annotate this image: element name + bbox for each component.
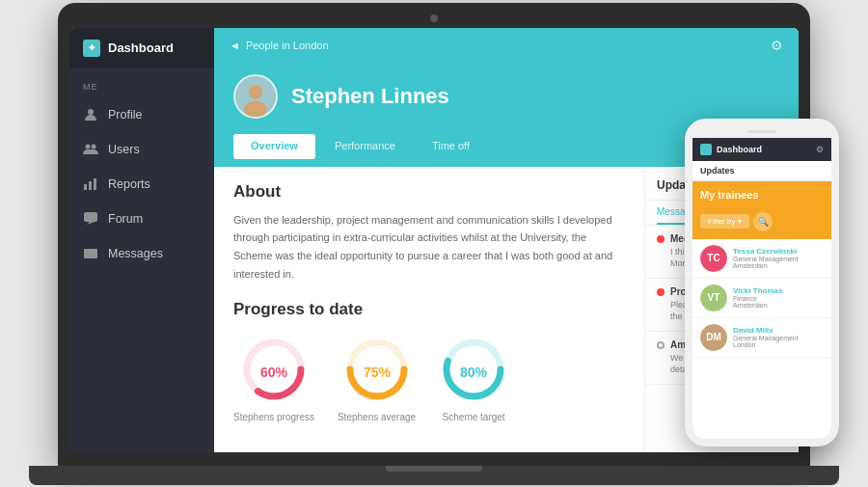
phone-header-left: Dashboard (700, 144, 762, 155)
avatar (233, 74, 278, 119)
donut-target: 80% (439, 335, 508, 404)
svg-point-1 (86, 144, 91, 149)
update-dot-2 (657, 288, 665, 296)
main-header: ◄ People in London ⚙ (214, 28, 799, 63)
sidebar-label-profile: Profile (108, 108, 142, 122)
tab-timeoff[interactable]: Time off (415, 134, 487, 159)
svg-rect-4 (89, 181, 92, 190)
dashboard-icon: ✦ (83, 40, 100, 57)
trainee-role-3: General Management London (733, 335, 824, 348)
svg-text:80%: 80% (460, 365, 488, 380)
phone-trainee-item-1: TC Tessa Czerwinski General Management A… (692, 239, 831, 279)
tab-overview[interactable]: Overview (233, 134, 315, 159)
breadcrumb: ◄ People in London (230, 40, 329, 51)
phone-trainees-title: My trainees (692, 181, 831, 208)
phone-notch (692, 126, 831, 138)
phone-gear-icon: ⚙ (816, 145, 824, 154)
phone-trainee-list: TC Tessa Czerwinski General Management A… (692, 239, 831, 439)
donut-average: 75% (342, 335, 412, 404)
trainee-role-2: Finance Amsterdam (733, 295, 824, 309)
sidebar-item-profile[interactable]: Profile (69, 97, 214, 132)
svg-point-9 (249, 85, 263, 99)
users-icon (83, 142, 98, 157)
sidebar-title: Dashboard (108, 41, 174, 55)
phone-filter-label: Filter by (708, 217, 735, 226)
breadcrumb-arrow: ◄ (230, 40, 240, 51)
progress-item-average: 75% Stephens average (338, 335, 416, 422)
sidebar-item-reports[interactable]: Reports (69, 167, 214, 202)
trainee-name-2: Vicki Thomas (733, 286, 824, 295)
avatar-image (235, 76, 276, 117)
progress-label-target: Scheme target (443, 412, 505, 422)
progress-label-average: Stephens average (338, 412, 416, 422)
person-icon (83, 107, 98, 122)
sidebar-header: ✦ Dashboard (69, 28, 214, 68)
sidebar-item-messages[interactable]: Messages (69, 236, 214, 271)
sidebar-label-reports: Reports (108, 177, 150, 191)
phone-speaker (747, 130, 776, 133)
trainee-name-1: Tessa Czerwinski (733, 247, 824, 256)
phone-header: Dashboard ⚙ (692, 138, 831, 161)
envelope-icon (83, 246, 98, 261)
svg-rect-5 (94, 178, 96, 190)
svg-point-0 (88, 109, 94, 115)
trainee-role-1: General Management Amsterdam (733, 256, 824, 269)
chart-icon (83, 176, 98, 192)
forum-icon (83, 211, 98, 227)
about-title: About (233, 182, 625, 202)
profile-name: Stephen Linnes (291, 84, 449, 109)
phone-filter-bar: Filter by ▾ 🔍 (692, 208, 831, 239)
avatar-david: DM (700, 324, 727, 351)
phone-trainee-item-3: DM David Mills General Management London (692, 318, 831, 358)
left-panel: About Given the leadership, project mana… (214, 167, 644, 452)
trainee-info-1: Tessa Czerwinski General Management Amst… (733, 247, 824, 269)
trainee-info-3: David Mills General Management London (733, 326, 824, 348)
phone-search-icon[interactable]: 🔍 (753, 212, 773, 231)
breadcrumb-text: People in London (246, 40, 329, 51)
sidebar-label-forum: Forum (108, 212, 143, 226)
progress-title: Progress to date (233, 300, 625, 319)
phone-header-title: Dashboard (717, 145, 762, 154)
phone-filter-button[interactable]: Filter by ▾ (700, 214, 749, 229)
phone-updates-header: Updates (692, 161, 831, 181)
phone-device: Dashboard ⚙ Updates My trainees Filter b… (685, 119, 839, 446)
sidebar-label-messages: Messages (108, 247, 163, 260)
donut-stephens: 60% (239, 335, 309, 404)
chevron-down-icon: ▾ (738, 217, 742, 226)
trainee-info-2: Vicki Thomas Finance Amsterdam (733, 286, 824, 309)
svg-point-2 (92, 144, 96, 149)
progress-item-target: 80% Scheme target (439, 335, 508, 422)
update-dot-3 (657, 341, 665, 349)
laptop-base (29, 466, 839, 485)
progress-item-stephens: 60% Stephens progress (233, 335, 314, 422)
gear-icon[interactable]: ⚙ (771, 38, 783, 53)
sidebar: ✦ Dashboard ME Profile User (69, 28, 214, 452)
progress-circles: 60% Stephens progress 75% (233, 335, 625, 422)
sidebar-item-forum[interactable]: Forum (69, 202, 214, 236)
sidebar-section-me: ME (69, 68, 214, 97)
sidebar-label-users: Users (108, 143, 140, 156)
trainee-name-3: David Mills (733, 326, 824, 335)
svg-text:75%: 75% (364, 365, 392, 380)
phone-screen: Dashboard ⚙ Updates My trainees Filter b… (692, 138, 831, 439)
phone-trainee-item-2: VT Vicki Thomas Finance Amsterdam (692, 279, 831, 318)
progress-label-stephens: Stephens progress (233, 412, 314, 422)
sidebar-item-users[interactable]: Users (69, 132, 214, 167)
avatar-vicki: VT (700, 284, 727, 311)
tab-performance[interactable]: Performance (317, 134, 413, 159)
phone-logo (700, 144, 712, 155)
update-dot-1 (657, 235, 665, 243)
svg-rect-3 (84, 184, 87, 190)
svg-rect-6 (84, 212, 97, 222)
about-text: Given the leadership, project management… (233, 211, 625, 284)
avatar-tessa: TC (700, 245, 727, 272)
svg-text:60%: 60% (260, 365, 288, 380)
